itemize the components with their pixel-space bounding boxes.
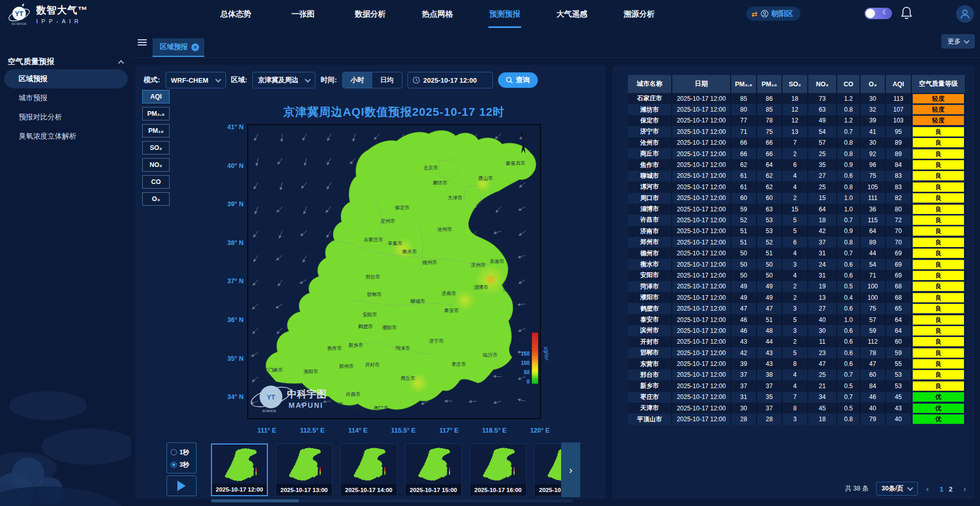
- table-row-8[interactable]: 漯河市2025-10-17 12:0061624250.810583良: [628, 181, 967, 192]
- sidebar-group-air-quality-forecast[interactable]: 空气质量预报: [8, 57, 123, 67]
- timeline-next-button[interactable]: ›: [561, 442, 580, 497]
- table-row-20[interactable]: 泰安市2025-10-17 12:0046515401.05764良: [628, 314, 967, 325]
- table-row-21[interactable]: 滨州市2025-10-17 12:0046483300.65964良: [628, 325, 967, 336]
- page-number-2[interactable]: 2: [946, 485, 955, 493]
- timeline-thumbnail-2[interactable]: 2025-10-17 14:00: [340, 443, 397, 496]
- table-row-14[interactable]: 德州市2025-10-17 12:0050514310.74469良: [628, 248, 967, 258]
- sidebar-item-3[interactable]: 臭氧浓度立体解析: [0, 127, 131, 146]
- table-cell: 45: [808, 403, 837, 413]
- svg-text:0: 0: [526, 379, 530, 385]
- timeline-thumbnail-3[interactable]: 2025-10-17 15:00: [405, 443, 462, 496]
- nav-item-0[interactable]: 总体态势: [212, 0, 260, 28]
- table-row-11[interactable]: 许昌市2025-10-17 12:0052535180.711572良: [628, 214, 967, 225]
- table-row-29[interactable]: 平顶山市2025-10-17 12:0028283180.87940优: [628, 413, 967, 424]
- table-row-7[interactable]: 聊城市2025-10-17 12:0061624270.67583良: [628, 171, 967, 181]
- table-cell: 1.0: [837, 193, 861, 204]
- table-cell: 0.7: [837, 392, 861, 403]
- table-row-23[interactable]: 邯郸市2025-10-17 12:0042435230.67859良: [628, 347, 967, 358]
- pagination: 共 38 条 30条/页 ‹ 12 ›: [845, 482, 967, 496]
- pollutant-button-PM₂.₅[interactable]: PM₂.₅: [142, 107, 170, 120]
- timeline-thumbnail-0[interactable]: 2025-10-17 12:00: [211, 443, 268, 496]
- table-row-1[interactable]: 潍坊市2025-10-17 12:00808512630.832107轻度: [628, 104, 967, 115]
- table-row-12[interactable]: 济南市2025-10-17 12:0051535420.96470良: [628, 226, 967, 237]
- mode-select[interactable]: WRF-CHEM: [165, 72, 226, 88]
- table-cell: 37: [757, 403, 782, 413]
- table-row-27[interactable]: 枣庄市2025-10-17 12:0031357340.74645优: [628, 392, 967, 403]
- table-cell: 2025-10-17 12:00: [672, 314, 731, 325]
- time-option-1[interactable]: 日均: [372, 72, 402, 88]
- tab-close-icon[interactable]: ✕: [191, 43, 199, 51]
- table-row-2[interactable]: 保定市2025-10-17 12:00777812491.239103轻度: [628, 115, 967, 126]
- datetime-picker[interactable]: 2025-10-17 12:00: [408, 72, 493, 88]
- pollutant-button-NO₂[interactable]: NO₂: [142, 158, 170, 172]
- nav-item-3[interactable]: 热点网格: [414, 0, 461, 28]
- search-button[interactable]: 查询: [498, 72, 538, 88]
- sidebar-item-2[interactable]: 预报对比分析: [0, 108, 131, 127]
- nav-item-1[interactable]: 一张图: [279, 0, 327, 28]
- table-row-9[interactable]: 周口市2025-10-17 12:0060602151.011182良: [628, 193, 967, 204]
- next-page-button[interactable]: ›: [962, 484, 967, 493]
- prev-page-button[interactable]: ‹: [925, 484, 930, 493]
- time-option-0[interactable]: 小时: [343, 72, 372, 88]
- play-button[interactable]: [167, 476, 197, 496]
- region-select[interactable]: 京津冀及周边: [252, 72, 315, 88]
- interval-radio-1秒[interactable]: 1秒: [171, 446, 196, 458]
- avatar[interactable]: [956, 5, 974, 23]
- table-cell: 89: [886, 148, 912, 159]
- table-row-22[interactable]: 开封市2025-10-17 12:0043442110.611260良: [628, 336, 967, 347]
- table-row-4[interactable]: 沧州市2025-10-17 12:0066667570.83089良: [628, 137, 967, 148]
- table-row-17[interactable]: 菏泽市2025-10-17 12:0049492190.510068良: [628, 281, 967, 292]
- pollutant-button-AQI[interactable]: AQI: [142, 90, 170, 103]
- pollutant-button-CO[interactable]: CO: [142, 175, 170, 189]
- grade-cell: 良: [912, 303, 966, 314]
- grade-cell: 优: [912, 403, 966, 413]
- nav-item-4[interactable]: 预测预报: [481, 0, 529, 28]
- svg-text:112.5° E: 112.5° E: [300, 427, 324, 434]
- table-row-18[interactable]: 濮阳市2025-10-17 12:0049492130.410068良: [628, 292, 967, 303]
- table-row-10[interactable]: 淄博市2025-10-17 12:00596315641.03680良: [628, 204, 967, 214]
- app-title: 数智大气™: [36, 4, 88, 17]
- pollutant-button-SO₂[interactable]: SO₂: [142, 141, 170, 155]
- region-switcher[interactable]: ⇄ 朝阳区: [746, 7, 801, 21]
- table-row-25[interactable]: 邢台市2025-10-17 12:0037384250.76053良: [628, 370, 967, 380]
- pollutant-button-O₃[interactable]: O₃: [142, 192, 170, 206]
- notifications-bell-icon[interactable]: [900, 6, 913, 21]
- page-number-1[interactable]: 1: [937, 485, 946, 493]
- table-cell: 19: [808, 281, 837, 292]
- tab-region-forecast[interactable]: 区域预报 ✕: [153, 38, 204, 57]
- theme-toggle[interactable]: ☾: [865, 8, 892, 19]
- table-cell: 78: [757, 115, 782, 126]
- table-row-19[interactable]: 鹤壁市2025-10-17 12:0047473270.67565良: [628, 303, 967, 314]
- pollutant-button-PM₁₀[interactable]: PM₁₀: [142, 124, 170, 137]
- table-row-13[interactable]: 郑州市2025-10-17 12:0051526370.88970良: [628, 237, 967, 248]
- forecast-map[interactable]: 41° N40° N39° N38° N37° N36° N35° N34° N…: [220, 121, 564, 439]
- table-row-24[interactable]: 东营市2025-10-17 12:0039438470.64755良: [628, 358, 967, 369]
- page-size-select[interactable]: 30条/页: [876, 482, 918, 496]
- table-row-6[interactable]: 焦作市2025-10-17 12:0062646350.99684良: [628, 159, 967, 170]
- table-cell: 30: [861, 137, 886, 148]
- table-row-3[interactable]: 济宁市2025-10-17 12:00717513540.74195良: [628, 126, 967, 137]
- nav-item-5[interactable]: 大气遥感: [548, 0, 596, 28]
- grade-cell: 良: [912, 181, 966, 192]
- table-row-26[interactable]: 新乡市2025-10-17 12:0037374210.58453良: [628, 380, 967, 391]
- table-row-0[interactable]: 石家庄市2025-10-17 12:00858618731.230113轻度: [628, 93, 967, 104]
- table-row-5[interactable]: 商丘市2025-10-17 12:0066662250.89289良: [628, 148, 967, 159]
- table-cell: 焦作市: [628, 159, 672, 170]
- sidebar-item-0[interactable]: 区域预报: [4, 69, 128, 88]
- nav-item-6[interactable]: 溯源分析: [615, 0, 663, 28]
- more-button[interactable]: 更多: [941, 34, 975, 49]
- collapse-menu-icon[interactable]: [138, 39, 147, 47]
- table-row-28[interactable]: 天津市2025-10-17 12:0030378450.54043优: [628, 403, 967, 413]
- timeline-scrollbar-thumb[interactable]: [211, 499, 299, 502]
- nav-item-2[interactable]: 数据分析: [346, 0, 394, 28]
- timeline-thumbnail-4[interactable]: 2025-10-17 16:00: [470, 443, 526, 496]
- sidebar-item-1[interactable]: 城市预报: [0, 88, 131, 108]
- data-table-panel: 城市名称日期PM₂.₅PM₁₀SO₂NO₂COO₃AQI空气质量等级石家庄市20…: [612, 65, 974, 499]
- table-row-16[interactable]: 安阳市2025-10-17 12:0050504310.67169良: [628, 270, 967, 281]
- interval-radio-3秒[interactable]: 3秒: [171, 458, 196, 471]
- table-row-15[interactable]: 衡水市2025-10-17 12:0050503240.65469良: [628, 259, 967, 270]
- chevron-down-icon: [305, 76, 310, 82]
- table-cell: 新乡市: [628, 380, 672, 391]
- table-cell: 2: [782, 148, 808, 159]
- timeline-thumbnail-1[interactable]: 2025-10-17 13:00: [276, 443, 333, 496]
